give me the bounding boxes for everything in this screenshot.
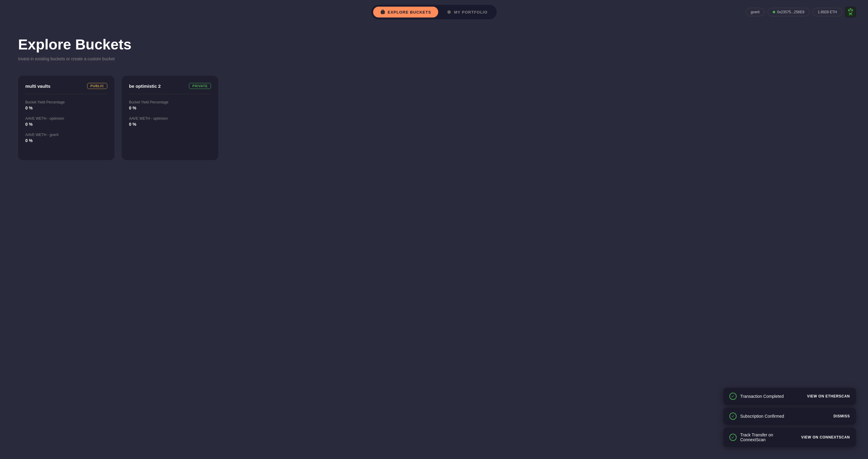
card-stat: AAVE WETH - goerli 0 % xyxy=(25,133,107,143)
svg-rect-17 xyxy=(849,15,850,16)
toast-subscription-confirmed: ✓ Subscription Confirmed DISMISS xyxy=(723,408,856,425)
stat-value: 0 % xyxy=(25,122,107,127)
network-label: goerli xyxy=(751,10,760,14)
card-be-optimistic-2[interactable]: be optimistic 2 PRIVATE Bucket Yield Per… xyxy=(122,76,218,160)
svg-rect-13 xyxy=(848,11,853,12)
card-header: multi vaults PUBLIC xyxy=(25,83,107,94)
stat-label: Bucket Yield Percentage xyxy=(129,100,211,104)
svg-rect-20 xyxy=(851,10,852,11)
page-title: Explore Buckets xyxy=(18,36,850,53)
card-stat: Bucket Yield Percentage 0 % xyxy=(25,100,107,110)
card-stat: Bucket Yield Percentage 0 % xyxy=(129,100,211,110)
card-badge: PUBLIC xyxy=(87,83,107,89)
toast-action-button[interactable]: DISMISS xyxy=(834,414,850,418)
card-header: be optimistic 2 PRIVATE xyxy=(129,83,211,94)
network-badge[interactable]: goerli xyxy=(746,8,765,16)
toast-container: ✓ Transaction Completed VIEW ON ETHERSCA… xyxy=(723,388,856,447)
stat-label: AAVE WETH - optimism xyxy=(25,116,107,121)
bucket-icon xyxy=(380,10,385,15)
avatar-icon xyxy=(846,7,855,17)
user-avatar[interactable] xyxy=(845,7,856,18)
cards-grid: multi vaults PUBLIC Bucket Yield Percent… xyxy=(18,76,850,160)
toast-text: Transaction Completed xyxy=(740,394,804,399)
card-badge: PRIVATE xyxy=(189,83,211,89)
header: EXPLORE BUCKETS MY PORTFOLIO goerli 0x23… xyxy=(0,0,868,24)
toast-text: Track Transfer on ConnextScan xyxy=(740,432,798,442)
toast-success-icon: ✓ xyxy=(730,434,737,441)
card-multi-vaults[interactable]: multi vaults PUBLIC Bucket Yield Percent… xyxy=(18,76,115,160)
stat-value: 0 % xyxy=(129,106,211,110)
svg-rect-15 xyxy=(851,12,852,13)
toast-success-icon: ✓ xyxy=(730,412,737,420)
my-portfolio-button[interactable]: MY PORTFOLIO xyxy=(439,7,495,18)
explore-buckets-button[interactable]: EXPLORE BUCKETS xyxy=(373,7,438,18)
page-subtitle: Invest in existing buckets or create a c… xyxy=(18,56,850,61)
network-status-dot xyxy=(773,11,775,13)
svg-rect-7 xyxy=(849,8,850,10)
svg-rect-10 xyxy=(848,10,849,11)
stat-label: AAVE WETH - goerli xyxy=(25,133,107,137)
eth-balance-label: 1.8928 ETH xyxy=(818,10,837,14)
address-badge[interactable]: 0x23575...256E9 xyxy=(768,8,809,16)
stat-label: AAVE WETH - optimism xyxy=(129,116,211,121)
toast-transaction-completed: ✓ Transaction Completed VIEW ON ETHERSCA… xyxy=(723,388,856,405)
svg-point-5 xyxy=(448,11,450,13)
address-label: 0x23575...256E9 xyxy=(777,10,804,14)
nav-pill: EXPLORE BUCKETS MY PORTFOLIO xyxy=(371,5,496,19)
svg-rect-18 xyxy=(851,15,852,16)
card-title: multi vaults xyxy=(25,84,50,89)
card-stat: AAVE WETH - optimism 0 % xyxy=(25,116,107,127)
svg-rect-14 xyxy=(849,12,850,13)
header-right: goerli 0x23575...256E9 1.8928 ETH xyxy=(746,7,856,18)
svg-rect-16 xyxy=(849,13,852,15)
stat-label: Bucket Yield Percentage xyxy=(25,100,107,104)
toast-success-icon: ✓ xyxy=(730,393,737,400)
stat-value: 0 % xyxy=(25,106,107,110)
portfolio-label: MY PORTFOLIO xyxy=(454,10,487,15)
svg-rect-3 xyxy=(381,11,384,13)
svg-rect-9 xyxy=(851,8,852,10)
toast-action-button[interactable]: VIEW ON CONNEXTSCAN xyxy=(801,435,850,439)
svg-rect-8 xyxy=(850,8,851,10)
portfolio-icon xyxy=(447,10,452,15)
stat-value: 0 % xyxy=(25,138,107,143)
card-title: be optimistic 2 xyxy=(129,84,161,89)
svg-rect-19 xyxy=(849,10,850,11)
main-content: Explore Buckets Invest in existing bucke… xyxy=(0,24,868,172)
explore-label: EXPLORE BUCKETS xyxy=(388,10,431,15)
card-stat: AAVE WETH - optimism 0 % xyxy=(129,116,211,127)
eth-balance-badge: 1.8928 ETH xyxy=(812,8,842,16)
toast-action-button[interactable]: VIEW ON ETHERSCAN xyxy=(807,394,850,398)
svg-rect-12 xyxy=(852,10,853,11)
toast-text: Subscription Confirmed xyxy=(740,414,830,419)
toast-track-transfer: ✓ Track Transfer on ConnextScan VIEW ON … xyxy=(723,428,856,447)
stat-value: 0 % xyxy=(129,122,211,127)
